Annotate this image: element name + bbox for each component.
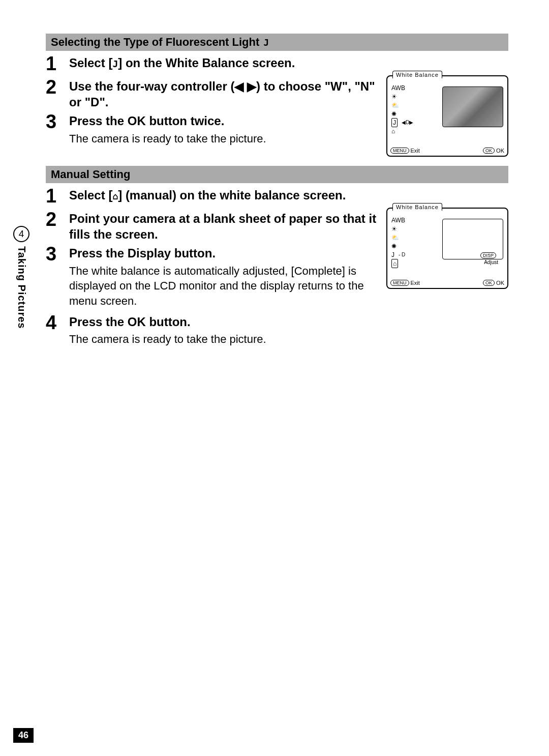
- figure-bottom-bar: MENUExit OKOK: [390, 148, 504, 154]
- sun-icon: ☀: [391, 93, 397, 101]
- section1-title: Selecting the Type of Fluorescent Light: [51, 36, 259, 49]
- step-title: Point your camera at a blank sheet of pa…: [69, 211, 379, 242]
- step-number: 2: [46, 77, 60, 97]
- step-number: 1: [46, 186, 60, 206]
- figure-wb-manual: White Balance AWB ☀ ⛅ ✺ J- D ⌂ DISP Adju…: [386, 208, 508, 289]
- figure-wb-list: AWB ☀ ⛅ ✺ J◀D▶ ⌂: [391, 83, 413, 135]
- ok-label: OK: [496, 148, 504, 154]
- step-title: Press the OK button twice.: [69, 113, 379, 129]
- section2-title: Manual Setting: [51, 168, 130, 181]
- step-2-3: 3 Press the Display button. The white ba…: [46, 244, 379, 308]
- figure-wb-list: AWB ☀ ⛅ ✺ J- D ⌂: [391, 216, 405, 268]
- adjust-label: Adjust: [484, 259, 498, 265]
- sun-icon: ☀: [391, 225, 397, 233]
- ok-pill: OK: [483, 148, 495, 154]
- shade-icon: ⛅: [391, 234, 399, 242]
- figure-wb-fluorescent: White Balance AWB ☀ ⛅ ✺ J◀D▶ ⌂ MENUExit …: [386, 75, 508, 157]
- step-block-with-figure-2: 2 Point your camera at a blank sheet of …: [46, 208, 508, 311]
- exit-label: Exit: [411, 148, 420, 154]
- step-1-2: 2 Use the four-way controller (◀ ▶) to c…: [46, 77, 379, 110]
- figure-tab: White Balance: [392, 203, 442, 211]
- step-title: Press the Display button.: [69, 245, 379, 261]
- exit-label: Exit: [411, 280, 420, 286]
- tungsten-icon: ✺: [391, 242, 396, 250]
- step-2-2: 2 Point your camera at a blank sheet of …: [46, 210, 379, 242]
- figure-tab: White Balance: [392, 71, 442, 78]
- chapter-number-badge: 4: [13, 226, 29, 242]
- step-title: Select [J] on the White Balance screen.: [69, 55, 508, 71]
- wb-awb: AWB: [391, 83, 413, 92]
- selected-d-label: ◀D▶: [402, 119, 413, 127]
- step-number: 1: [46, 54, 60, 73]
- step-block-with-figure-1: 2 Use the four-way controller (◀ ▶) to c…: [46, 75, 508, 157]
- ok-pill: OK: [483, 280, 495, 286]
- chapter-sidebar: 4 Taking Pictures: [13, 226, 29, 329]
- step-title: Select [⌂] (manual) on the white balance…: [69, 187, 508, 203]
- shade-icon: ⛅: [391, 101, 399, 109]
- disp-pill: DISP: [480, 252, 496, 258]
- manual-icon: ⌂: [112, 191, 118, 201]
- step-title: Press the OK button.: [69, 314, 508, 330]
- step-title: Use the four-way controller (◀ ▶) to cho…: [69, 78, 379, 110]
- fluorescent-icon: J: [391, 118, 398, 127]
- fluorescent-icon: J: [391, 251, 394, 259]
- tungsten-icon: ✺: [391, 110, 396, 118]
- ok-label: OK: [496, 280, 504, 286]
- wb-awb: AWB: [391, 216, 405, 224]
- page-number: 46: [13, 728, 34, 743]
- step-desc: The camera is ready to take the picture.: [69, 332, 508, 347]
- menu-pill: MENU: [390, 148, 409, 154]
- step-number: 3: [46, 112, 60, 131]
- step-2-4: 4 Press the OK button. The camera is rea…: [46, 313, 508, 347]
- figure-preview-image: [442, 86, 503, 127]
- step-number: 4: [46, 313, 60, 332]
- section-header-fluorescent: Selecting the Type of Fluorescent Light …: [46, 34, 508, 51]
- step-number: 3: [46, 244, 60, 264]
- manual-icon: ⌂: [391, 259, 398, 268]
- step-desc: The white balance is automatically adjus…: [69, 264, 379, 309]
- d-label: - D: [399, 251, 405, 259]
- chapter-title: Taking Pictures: [16, 246, 27, 329]
- step-desc: The camera is ready to take the picture.: [69, 131, 379, 147]
- menu-pill: MENU: [390, 280, 409, 286]
- manual-icon: ⌂: [391, 127, 395, 135]
- fluorescent-icon: J: [263, 37, 269, 48]
- fluorescent-icon: J: [112, 59, 118, 69]
- section-header-manual: Manual Setting: [46, 166, 508, 183]
- figure-bottom-bar: MENUExit OKOK: [390, 280, 504, 286]
- step-1-3: 3 Press the OK button twice. The camera …: [46, 112, 379, 146]
- page: Selecting the Type of Fluorescent Light …: [0, 0, 549, 756]
- step-number: 2: [46, 210, 60, 229]
